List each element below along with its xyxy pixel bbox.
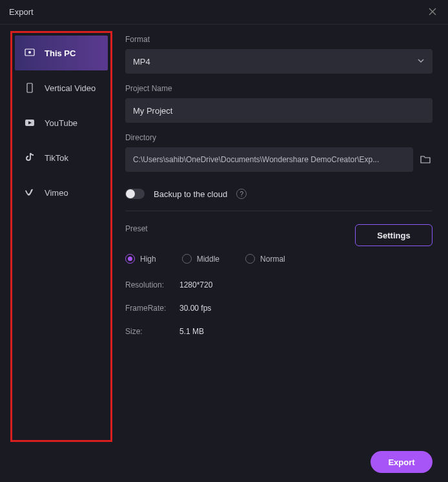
directory-label: Directory: [125, 133, 433, 142]
format-select[interactable]: MP4: [125, 49, 433, 74]
sidebar-item-this-pc[interactable]: This PC: [15, 36, 108, 70]
tiktok-icon: [24, 152, 36, 163]
sidebar-item-label: TikTok: [45, 153, 68, 163]
preset-radio-high[interactable]: High: [125, 254, 156, 264]
radio-icon: [125, 254, 135, 264]
svg-rect-2: [27, 83, 32, 92]
sidebar-item-label: YouTube: [45, 118, 77, 128]
settings-button[interactable]: Settings: [355, 224, 433, 246]
preset-radio-middle[interactable]: Middle: [182, 254, 219, 264]
framerate-value: 30.00 fps: [179, 304, 211, 313]
sidebar-item-vertical-video[interactable]: Vertical Video: [15, 70, 108, 105]
sidebar-item-label: Vertical Video: [45, 83, 96, 93]
titlebar: Export: [0, 0, 448, 25]
settings-button-label: Settings: [377, 231, 410, 240]
preset-radio-normal[interactable]: Normal: [245, 254, 285, 264]
project-name-value: My Project: [133, 106, 172, 116]
directory-input[interactable]: C:\Users\sahib\OneDrive\Documents\Wonder…: [125, 147, 413, 172]
radio-label: Normal: [260, 255, 285, 264]
preset-label: Preset: [125, 224, 148, 233]
format-value: MP4: [133, 57, 150, 67]
project-name-input[interactable]: My Project: [125, 98, 433, 123]
toggle-knob: [126, 189, 135, 198]
close-icon: [429, 8, 436, 16]
radio-label: Middle: [197, 255, 219, 264]
size-label: Size:: [125, 327, 179, 336]
chevron-down-icon: [417, 56, 425, 67]
framerate-label: FrameRate:: [125, 304, 179, 313]
vimeo-icon: [24, 187, 36, 198]
radio-icon: [182, 254, 192, 264]
sidebar-item-tiktok[interactable]: TikTok: [15, 140, 108, 175]
browse-folder-button[interactable]: [418, 152, 433, 167]
youtube-icon: [24, 117, 36, 129]
svg-point-1: [28, 51, 31, 54]
sidebar-item-label: Vimeo: [45, 188, 68, 198]
folder-icon: [420, 154, 431, 165]
backup-cloud-toggle[interactable]: [125, 189, 145, 199]
sidebar-item-vimeo[interactable]: Vimeo: [15, 175, 108, 210]
format-label: Format: [125, 35, 433, 44]
export-destination-sidebar: This PC Vertical Video YouTube TikTok Vi…: [10, 31, 112, 442]
radio-icon: [245, 254, 255, 264]
backup-cloud-label: Backup to the cloud: [154, 189, 227, 199]
radio-label: High: [140, 255, 156, 264]
resolution-label: Resolution:: [125, 280, 179, 289]
main-panel: Format MP4 Project Name My Project Direc…: [112, 25, 448, 442]
resolution-value: 1280*720: [179, 280, 212, 289]
export-button-label: Export: [388, 457, 414, 467]
directory-value: C:\Users\sahib\OneDrive\Documents\Wonder…: [133, 155, 379, 164]
export-button[interactable]: Export: [371, 451, 433, 473]
size-value: 5.1 MB: [179, 327, 204, 336]
sidebar-item-youtube[interactable]: YouTube: [15, 105, 108, 140]
footer: Export: [0, 442, 448, 482]
close-button[interactable]: [426, 6, 439, 18]
phone-icon: [24, 82, 36, 94]
project-name-label: Project Name: [125, 84, 433, 93]
sidebar-item-label: This PC: [45, 48, 76, 58]
window-title: Export: [9, 7, 34, 17]
help-icon[interactable]: ?: [236, 189, 247, 199]
pc-icon: [24, 47, 36, 59]
